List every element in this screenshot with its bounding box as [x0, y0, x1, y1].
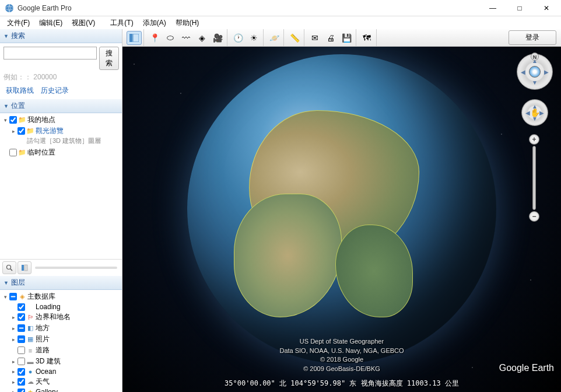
expander-icon[interactable]: ▾: [2, 117, 8, 123]
menu-file[interactable]: 文件(F): [2, 17, 34, 29]
tree-label[interactable]: 临时位置: [27, 148, 55, 158]
layer-label[interactable]: 地方: [36, 323, 50, 333]
layer-label[interactable]: 道路: [36, 345, 50, 355]
layer-checkbox[interactable]: [17, 368, 25, 376]
tree-label[interactable]: 觀光游覽: [36, 126, 64, 136]
status-bar: 35°00'00.00" 北 104°59'59.98" 东 视角海拔高度 11…: [225, 379, 459, 388]
layer-row[interactable]: ≡道路: [0, 345, 122, 356]
layer-row[interactable]: ▸▬3D 建筑: [0, 356, 122, 367]
history-link[interactable]: 历史记录: [41, 86, 69, 96]
layer-label[interactable]: Loading: [36, 303, 61, 311]
tree-label[interactable]: 我的地点: [27, 115, 55, 125]
look-left-icon[interactable]: ◀: [521, 69, 525, 75]
search-button[interactable]: 搜索: [99, 47, 119, 70]
zoom-out-button[interactable]: −: [529, 211, 539, 222]
menu-add[interactable]: 添加(A): [138, 17, 171, 29]
record-tour-button[interactable]: 🎥: [210, 31, 225, 45]
placemark-button[interactable]: 📍: [147, 31, 162, 45]
search-places-button[interactable]: [2, 261, 16, 274]
layer-row[interactable]: ▸🏳边界和地名: [0, 312, 122, 323]
layer-row[interactable]: Loading: [0, 302, 122, 312]
expander-icon[interactable]: ▸: [10, 369, 16, 374]
tree-row-temporary[interactable]: 📁 临时位置: [0, 147, 122, 158]
tree-checkbox[interactable]: [9, 149, 17, 156]
zoom-control[interactable]: + −: [528, 134, 540, 222]
menu-help[interactable]: 帮助(H): [171, 17, 204, 29]
move-control[interactable]: ▲ ▼ ◀ ▶ ✋: [521, 99, 548, 126]
globe-canvas[interactable]: N ▲ ▼ ◀ ▶ ▲ ▼ ◀ ▶ ✋ +: [122, 47, 561, 392]
search-panel-header[interactable]: 搜索: [0, 29, 122, 43]
layer-label[interactable]: 照片: [36, 334, 50, 344]
menu-bar: 文件(F) 编辑(E) 视图(V) 工具(T) 添加(A) 帮助(H): [0, 16, 561, 29]
view-in-maps-button[interactable]: 🗺: [359, 31, 374, 45]
get-directions-link[interactable]: 获取路线: [6, 86, 34, 96]
layer-label[interactable]: 边界和地名: [36, 312, 71, 322]
layer-label[interactable]: Gallery: [36, 388, 58, 392]
print-button[interactable]: 🖨: [323, 31, 338, 45]
layer-checkbox[interactable]: [17, 313, 25, 321]
look-up-icon[interactable]: ▲: [532, 58, 538, 64]
email-button[interactable]: ✉: [307, 31, 322, 45]
menu-view[interactable]: 视图(V): [67, 17, 100, 29]
menu-edit[interactable]: 编辑(E): [34, 17, 67, 29]
layer-checkbox[interactable]: [17, 388, 25, 392]
layer-checkbox[interactable]: [9, 293, 17, 300]
expander-icon[interactable]: ▸: [10, 359, 16, 365]
save-image-button[interactable]: 💾: [339, 31, 354, 45]
places-panel-header[interactable]: 位置: [0, 99, 122, 113]
planets-button[interactable]: 🪐: [267, 31, 282, 45]
layer-row[interactable]: ▸▦照片: [0, 334, 122, 345]
search-input[interactable]: [3, 47, 97, 60]
image-overlay-button[interactable]: ◈: [194, 31, 209, 45]
close-button[interactable]: ✕: [533, 0, 560, 16]
layer-label[interactable]: 天气: [36, 377, 50, 387]
historical-imagery-button[interactable]: 🕐: [230, 31, 246, 45]
expander-icon[interactable]: ▸: [10, 314, 16, 320]
expander-icon[interactable]: ▸: [10, 389, 16, 392]
path-button[interactable]: 〰: [178, 31, 194, 45]
expander-icon[interactable]: ▸: [10, 379, 16, 385]
layer-checkbox[interactable]: [17, 346, 25, 354]
layer-row[interactable]: ▾◈主数据库: [0, 291, 122, 302]
layer-checkbox[interactable]: [17, 335, 25, 343]
layer-label[interactable]: 3D 建筑: [36, 356, 61, 366]
maximize-button[interactable]: □: [506, 0, 533, 16]
layer-checkbox[interactable]: [17, 378, 25, 386]
tree-row-sightseeing[interactable]: ▸ 📁 觀光游覽: [0, 125, 122, 136]
layer-row[interactable]: ▸★Gallery: [0, 387, 122, 392]
layer-row[interactable]: ▸◧地方: [0, 323, 122, 334]
move-right-icon[interactable]: ▶: [539, 110, 544, 116]
look-down-icon[interactable]: ▼: [532, 79, 538, 86]
layers-panel-header[interactable]: 图层: [0, 276, 122, 290]
polygon-button[interactable]: ⬭: [163, 31, 178, 45]
login-button[interactable]: 登录: [509, 30, 556, 45]
ruler-button[interactable]: 📏: [287, 31, 302, 45]
expander-icon[interactable]: ▸: [10, 326, 16, 331]
minimize-button[interactable]: —: [479, 0, 506, 16]
expander-icon[interactable]: ▾: [2, 294, 8, 300]
layer-row[interactable]: ▸☁天气: [0, 376, 122, 387]
sidebar-toggle-button[interactable]: [127, 31, 142, 45]
look-right-icon[interactable]: ▶: [544, 69, 549, 75]
tree-checkbox[interactable]: [17, 127, 25, 135]
zoom-track[interactable]: [532, 146, 536, 210]
layer-checkbox[interactable]: [17, 324, 25, 332]
layer-checkbox[interactable]: [17, 303, 25, 311]
layer-checkbox[interactable]: [17, 358, 25, 365]
layout-button[interactable]: [17, 261, 31, 274]
main-toolbar: 📍 ⬭ 〰 ◈ 🎥 🕐 ☀ 🪐 📏 ✉ 🖨 💾 🗺: [122, 29, 561, 47]
places-tree: ▾ 📁 我的地点 ▸ 📁 觀光游覽 請勾選［3D 建筑物］圖層 📁 临时位置: [0, 113, 122, 159]
sunlight-button[interactable]: ☀: [246, 31, 261, 45]
expander-icon[interactable]: ▸: [10, 337, 16, 342]
layer-label[interactable]: Ocean: [36, 368, 56, 376]
tree-row-my-places[interactable]: ▾ 📁 我的地点: [0, 114, 122, 125]
expander-icon[interactable]: ▸: [10, 128, 16, 134]
earth-globe[interactable]: [187, 54, 496, 363]
tree-checkbox[interactable]: [9, 116, 17, 124]
zoom-in-button[interactable]: +: [529, 134, 539, 145]
layer-row[interactable]: ▸●Ocean: [0, 367, 122, 376]
opacity-slider[interactable]: [33, 261, 120, 274]
look-control[interactable]: N ▲ ▼ ◀ ▶: [517, 54, 553, 90]
menu-tools[interactable]: 工具(T): [106, 17, 138, 29]
layer-label[interactable]: 主数据库: [27, 292, 55, 302]
